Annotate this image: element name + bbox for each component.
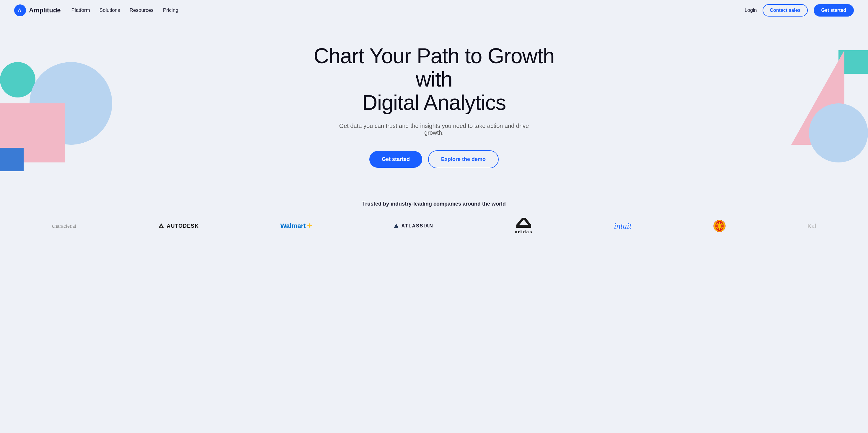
- adidas-stripes-icon: [516, 218, 531, 228]
- logo-link[interactable]: A Amplitude: [14, 4, 61, 16]
- blue-circle-right-shape: [809, 104, 868, 163]
- nav-item-resources[interactable]: Resources: [130, 7, 154, 13]
- hero-get-started-button[interactable]: Get started: [369, 151, 422, 168]
- hero-section: Chart Your Path to Growth with Digital A…: [0, 21, 868, 186]
- nav-link-pricing[interactable]: Pricing: [163, 7, 178, 13]
- hero-subtitle: Get data you can trust and the insights …: [334, 122, 534, 136]
- nav-links: Platform Solutions Resources Pricing: [71, 7, 178, 13]
- hero-content: Chart Your Path to Growth with Digital A…: [301, 44, 567, 169]
- atlassian-icon: [394, 223, 399, 229]
- logos-row: character.ai AUTODESK Walmart ✦ ATLASSIA…: [14, 218, 854, 234]
- logo-text: Amplitude: [29, 6, 61, 14]
- nav-link-solutions[interactable]: Solutions: [99, 7, 120, 13]
- navbar: A Amplitude Platform Solutions Resources…: [0, 0, 868, 21]
- logo-character-ai: character.ai: [52, 223, 76, 229]
- nav-item-platform[interactable]: Platform: [71, 7, 90, 13]
- hero-title: Chart Your Path to Growth with Digital A…: [301, 44, 567, 115]
- login-button[interactable]: Login: [745, 7, 757, 13]
- teal-circle-shape: [0, 62, 35, 97]
- logo-shell: [713, 220, 726, 232]
- nav-right: Login Contact sales Get started: [745, 4, 854, 17]
- trusted-label: Trusted by industry-leading companies ar…: [14, 201, 854, 207]
- contact-sales-button[interactable]: Contact sales: [763, 4, 807, 17]
- nav-link-platform[interactable]: Platform: [71, 7, 90, 13]
- blue-square-shape: [0, 148, 24, 171]
- nav-item-solutions[interactable]: Solutions: [99, 7, 120, 13]
- logo-walmart: Walmart ✦: [280, 222, 312, 230]
- nav-link-resources[interactable]: Resources: [130, 7, 154, 13]
- shell-icon: [713, 220, 726, 232]
- logo-atlassian: ATLASSIAN: [394, 223, 433, 229]
- svg-text:A: A: [18, 8, 21, 13]
- nav-left: A Amplitude Platform Solutions Resources…: [14, 4, 178, 16]
- hero-buttons: Get started Explore the demo: [301, 150, 567, 168]
- autodesk-icon: [158, 223, 164, 229]
- logo-autodesk: AUTODESK: [158, 223, 199, 229]
- logo-intuit: intuit: [614, 221, 631, 231]
- trusted-section: Trusted by industry-leading companies ar…: [0, 186, 868, 252]
- nav-item-pricing[interactable]: Pricing: [163, 7, 178, 13]
- get-started-nav-button[interactable]: Get started: [814, 4, 854, 17]
- logo-adidas: adidas: [515, 218, 533, 234]
- logo-kaltura: Kal: [807, 223, 816, 230]
- logo-icon: A: [14, 4, 26, 16]
- hero-explore-demo-button[interactable]: Explore the demo: [428, 150, 499, 168]
- svg-marker-1: [516, 218, 531, 227]
